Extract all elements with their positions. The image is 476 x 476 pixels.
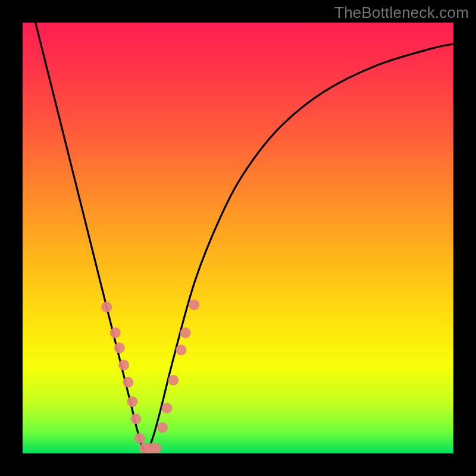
plot-area [23,23,453,453]
curve-marker [189,299,199,310]
watermark-text: TheBottleneck.com [334,4,469,22]
curve-marker [162,403,173,414]
curve-marker [176,345,186,355]
curve-marker [118,360,129,371]
chart-frame: TheBottleneck.com [0,0,476,476]
curve-marker [151,443,161,453]
curve-marker [134,433,145,444]
v-curve [23,23,453,453]
curve-marker [157,422,168,433]
curve-marker [180,327,191,338]
curve-marker [123,377,133,388]
curve-marker [168,375,178,386]
curve-marker [101,302,112,312]
curve-marker [114,343,125,353]
curve-marker [127,396,138,407]
curve-marker [110,327,121,338]
curve-marker [130,414,141,424]
